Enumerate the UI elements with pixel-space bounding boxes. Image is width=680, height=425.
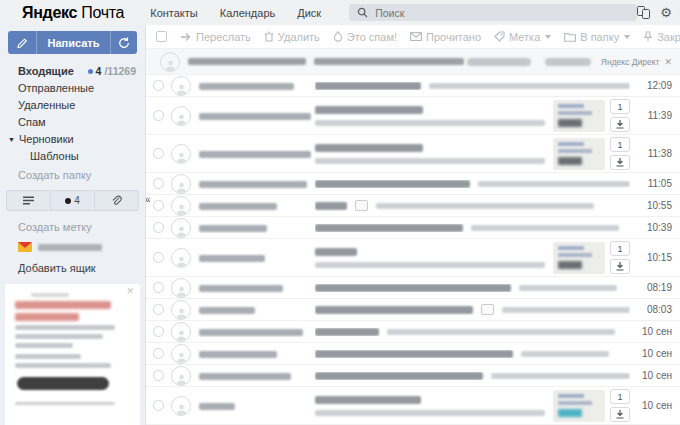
- close-icon[interactable]: ✕: [126, 286, 134, 296]
- row-checkbox[interactable]: [153, 110, 164, 121]
- move-to-folder-button[interactable]: В папку: [564, 31, 630, 43]
- settings-gear-icon[interactable]: ⚙: [660, 6, 672, 19]
- filter-important-icon[interactable]: [7, 191, 50, 210]
- inline-image-badge: [355, 200, 368, 211]
- logo[interactable]: Яндекс Почта: [22, 4, 124, 22]
- row-checkbox[interactable]: [153, 200, 164, 211]
- row-checkbox[interactable]: [153, 252, 164, 263]
- search-box[interactable]: [349, 4, 637, 21]
- nav-contacts[interactable]: Контакты: [150, 7, 198, 19]
- folder-label: Входящие: [18, 65, 74, 77]
- forward-button[interactable]: Переслать: [180, 31, 251, 43]
- nav-calendar[interactable]: Календарь: [220, 7, 276, 19]
- attachment-thumbnail[interactable]: [553, 100, 605, 132]
- attachment-thumbnail[interactable]: [553, 390, 605, 422]
- expand-triangle-icon[interactable]: ▼: [8, 136, 15, 143]
- spam-button[interactable]: Это спам!: [333, 31, 397, 43]
- mail-row[interactable]: 1 11:38: [146, 135, 680, 173]
- delete-label: Удалить: [278, 31, 320, 43]
- attachment-count-badge[interactable]: 1: [610, 137, 630, 152]
- folder-label: Черновики: [19, 133, 74, 145]
- redacted-fine-print: [15, 402, 115, 405]
- delete-button[interactable]: Удалить: [264, 31, 320, 43]
- mail-time: 08:03: [636, 304, 672, 315]
- filter-unread-tab[interactable]: 4: [50, 191, 94, 210]
- row-checkbox[interactable]: [153, 148, 164, 159]
- nav-disk[interactable]: Диск: [297, 7, 321, 19]
- top-nav: Контакты Календарь Диск: [150, 7, 321, 19]
- add-mailbox-link[interactable]: Добавить ящик: [0, 262, 145, 274]
- mail-row[interactable]: 10 сен: [146, 343, 680, 365]
- search-input[interactable]: [375, 7, 629, 19]
- mail-row[interactable]: 11:05: [146, 173, 680, 195]
- refresh-icon[interactable]: [110, 31, 137, 54]
- mail-row[interactable]: 12:09: [146, 75, 680, 97]
- row-checkbox[interactable]: [153, 400, 164, 411]
- sidebar-collapse-icon[interactable]: «: [145, 195, 151, 205]
- move-label: В папку: [580, 31, 619, 43]
- collected-mailbox[interactable]: [0, 242, 145, 252]
- sidebar-item-inbox[interactable]: Входящие 4/11269: [0, 63, 145, 79]
- filter-attachments-tab[interactable]: [94, 191, 138, 210]
- row-checkbox[interactable]: [153, 348, 164, 359]
- sidebar-item-sent[interactable]: Отправленные: [0, 80, 145, 96]
- sidebar-item-trash[interactable]: Удаленные: [0, 97, 145, 113]
- folder-label: Удаленные: [18, 99, 75, 111]
- mail-row[interactable]: 08:19: [146, 277, 680, 299]
- row-checkbox[interactable]: [153, 178, 164, 189]
- chevron-down-icon: [545, 35, 551, 39]
- mail-row[interactable]: 10 сен: [146, 365, 680, 387]
- attachment-thumbnail[interactable]: [553, 138, 605, 170]
- mailbox-flag-icon: [18, 242, 32, 252]
- download-icon[interactable]: [610, 117, 630, 132]
- download-icon[interactable]: [610, 155, 630, 170]
- close-icon[interactable]: ✕: [664, 57, 672, 67]
- redacted-sender: [199, 285, 283, 292]
- pin-label: Закрепить: [657, 31, 680, 43]
- row-checkbox[interactable]: [153, 370, 164, 381]
- label-button[interactable]: Метка: [494, 31, 551, 43]
- mail-row[interactable]: 10:55: [146, 195, 680, 217]
- download-icon[interactable]: [610, 407, 630, 422]
- attachment-count-badge[interactable]: 1: [610, 389, 630, 404]
- unread-dot: [88, 69, 93, 74]
- redacted-snippet: [478, 181, 630, 187]
- mail-row[interactable]: 1 11:39: [146, 97, 680, 135]
- attachment-count-badge[interactable]: 1: [610, 99, 630, 114]
- select-all-checkbox[interactable]: [156, 31, 167, 42]
- ad-row[interactable]: Яндекс Директ ✕: [146, 49, 680, 75]
- sidebar-item-templates[interactable]: Шаблоны: [0, 148, 145, 164]
- sidebar-item-drafts[interactable]: ▼Черновики: [0, 131, 145, 147]
- sidebar-item-spam[interactable]: Спам: [0, 114, 145, 130]
- row-checkbox[interactable]: [153, 80, 164, 91]
- mail-row[interactable]: 1 10:15: [146, 239, 680, 277]
- row-checkbox[interactable]: [153, 326, 164, 337]
- forward-label: Переслать: [196, 31, 251, 43]
- row-checkbox[interactable]: [153, 282, 164, 293]
- create-label-link[interactable]: Создать метку: [0, 221, 145, 233]
- attachment-thumbnail[interactable]: [553, 242, 605, 274]
- redacted-sender: [199, 403, 235, 410]
- redacted-snippet: [491, 373, 630, 379]
- mail-row[interactable]: 1 10 сен: [146, 387, 680, 425]
- apps-icon[interactable]: [637, 6, 650, 19]
- attachment-block: 1: [553, 99, 630, 132]
- mail-row[interactable]: 10:39: [146, 217, 680, 239]
- sender-avatar: [171, 76, 191, 96]
- row-checkbox[interactable]: [153, 304, 164, 315]
- folder-label: Шаблоны: [30, 150, 79, 162]
- redacted-text: [15, 363, 111, 368]
- mail-toolbar: Переслать Удалить Это спам! Прочитано Ме…: [146, 25, 680, 49]
- row-checkbox[interactable]: [153, 222, 164, 233]
- mark-read-button[interactable]: Прочитано: [410, 31, 481, 43]
- ad-button-redacted[interactable]: [17, 377, 109, 390]
- top-bar: Яндекс Почта Контакты Календарь Диск ⚙: [0, 0, 680, 25]
- compose-button[interactable]: Написать: [8, 31, 137, 54]
- mail-row[interactable]: 10 сен: [146, 321, 680, 343]
- attachment-count-badge[interactable]: 1: [610, 241, 630, 256]
- download-icon[interactable]: [610, 259, 630, 274]
- sidebar-ad-card[interactable]: ✕: [5, 284, 140, 425]
- create-folder-link[interactable]: Создать папку: [0, 169, 145, 181]
- mail-row[interactable]: 08:03: [146, 299, 680, 321]
- pin-button[interactable]: Закрепить: [643, 31, 680, 43]
